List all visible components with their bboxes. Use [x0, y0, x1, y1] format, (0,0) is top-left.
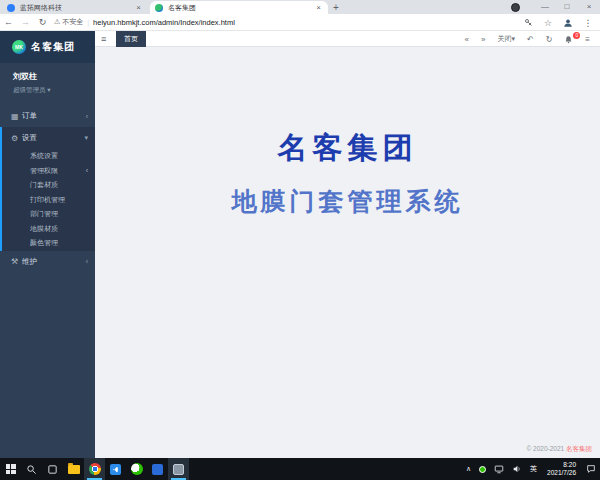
url-text: heiyun.hbmkjt.com/admin/Index/index.html — [93, 18, 235, 27]
subitem-label: 门套材质 — [30, 180, 88, 190]
tab1-title: 蓝拓网络科技 — [20, 3, 134, 13]
sidebar-subitem-system-settings[interactable]: 系统设置 — [2, 149, 95, 164]
browser-profile-icon[interactable] — [511, 3, 520, 12]
new-tab-button[interactable]: + — [333, 2, 339, 13]
tab-scroll-left-icon[interactable]: « — [459, 35, 475, 44]
sidebar-subitem-printer-manage[interactable]: 打印机管理 — [2, 193, 95, 208]
content-header: ≡ 首页 « » 关闭 ▾ ↶ ↻ 0 ≡ — [95, 31, 600, 47]
ime-indicator[interactable]: 英 — [526, 464, 541, 474]
sidebar-subitem-manage-permissions[interactable]: 管理权限 ‹ — [2, 164, 95, 179]
password-key-icon[interactable] — [518, 18, 538, 27]
maintain-chevron-icon: ‹ — [86, 258, 88, 265]
windows-logo-icon — [6, 464, 16, 474]
user-role-label: 超级管理员 — [13, 86, 46, 93]
taskbar-clock[interactable]: 8:20 2021/7/26 — [541, 461, 582, 477]
browser-tab-1[interactable]: 蓝拓网络科技 × — [2, 1, 148, 14]
window-maximize-button[interactable]: □ — [556, 0, 578, 14]
close-tabs-caret-icon: ▾ — [511, 35, 515, 43]
chrome-taskbar-button[interactable] — [84, 458, 105, 480]
user-role-dropdown[interactable]: 超级管理员 ▾ — [13, 86, 95, 95]
sidebar-item-settings-label: 设置 — [22, 133, 84, 143]
sidebar-subitem-department-manage[interactable]: 部门管理 — [2, 207, 95, 222]
back-button[interactable]: ← — [0, 17, 17, 27]
sidebar-subitem-door-material[interactable]: 门套材质 — [2, 178, 95, 193]
wechat-tray-icon[interactable] — [475, 466, 490, 473]
close-tabs-label: 关闭 — [497, 34, 511, 44]
taskbar: ∧ 英 8:20 2021/7/26 — [0, 458, 600, 480]
grey-app-icon — [173, 464, 184, 475]
orders-grid-icon: ▦ — [11, 112, 22, 121]
page-title: 名客集团 — [95, 128, 600, 169]
profile-avatar-icon[interactable] — [558, 18, 578, 28]
taskbar-search-button[interactable] — [21, 458, 42, 480]
sidebar-item-orders-label: 订单 — [22, 111, 86, 121]
browser-tab-2[interactable]: 名客集团 × — [150, 1, 328, 14]
wrench-icon: ⚒ — [11, 257, 22, 266]
hamburger-icon[interactable]: ≡ — [101, 31, 106, 47]
sidebar-item-settings[interactable]: ⚙ 设置 ▾ — [2, 127, 95, 149]
tray-chevron-icon[interactable]: ∧ — [462, 465, 475, 473]
omnibox[interactable]: ⚠ 不安全 | heiyun.hbmkjt.com/admin/Index/in… — [54, 17, 235, 27]
refresh-icon[interactable]: ↻ — [540, 35, 559, 44]
tab1-close-icon[interactable]: × — [134, 3, 143, 12]
tab2-close-icon[interactable]: × — [314, 3, 323, 12]
omnibox-separator: | — [87, 19, 89, 26]
undo-icon[interactable]: ↶ — [521, 35, 540, 44]
tab-scroll-right-icon[interactable]: » — [475, 35, 491, 44]
blue-app-taskbar-button[interactable] — [147, 458, 168, 480]
content-body: 名客集团 地膜门套管理系统 © 2020-2021 名客集团 — [95, 48, 600, 458]
chrome-icon — [89, 463, 101, 475]
logo-icon: MK — [12, 40, 26, 54]
sidebar-menu: ▦ 订单 ‹ ⚙ 设置 ▾ 系统设置 管理权限 ‹ — [0, 105, 95, 273]
sidebar-item-orders[interactable]: ▦ 订单 ‹ — [0, 105, 95, 127]
header-more-icon[interactable]: ≡ — [579, 35, 596, 44]
permissions-chevron-icon: ‹ — [86, 167, 88, 174]
bookmark-star-icon[interactable]: ☆ — [538, 18, 558, 28]
sidebar: MK 名客集团 刘双柱 超级管理员 ▾ ▦ 订单 ‹ ⚙ — [0, 31, 95, 458]
forward-button[interactable]: → — [17, 17, 34, 27]
grey-app-taskbar-button[interactable] — [168, 458, 189, 480]
subitem-label: 打印机管理 — [30, 195, 88, 205]
sidebar-subitem-color-manage[interactable]: 颜色管理 — [2, 236, 95, 251]
window-controls: — □ × — [511, 0, 600, 14]
user-block: 刘双柱 超级管理员 ▾ — [0, 63, 95, 101]
sidebar-logo[interactable]: MK 名客集团 — [0, 31, 95, 63]
browser-menu-icon[interactable]: ⋮ — [578, 18, 598, 28]
action-center-icon[interactable] — [582, 464, 600, 474]
window-minimize-button[interactable]: — — [534, 0, 556, 14]
task-view-button[interactable] — [42, 458, 63, 480]
start-button[interactable] — [0, 458, 21, 480]
page-subtitle: 地膜门套管理系统 — [95, 185, 600, 218]
close-tabs-dropdown[interactable]: 关闭 ▾ — [491, 34, 521, 44]
notification-bell-icon[interactable]: 0 — [558, 35, 579, 44]
sidebar-item-maintain[interactable]: ⚒ 维护 ‹ — [0, 251, 95, 273]
user-name: 刘双柱 — [13, 71, 95, 82]
subitem-label: 系统设置 — [30, 151, 88, 161]
subitem-label: 管理权限 — [30, 166, 86, 176]
reload-button[interactable]: ↻ — [34, 17, 51, 27]
copyright-years: © 2020-2021 — [527, 445, 565, 452]
subitem-label: 地膜材质 — [30, 224, 88, 234]
vscode-taskbar-button[interactable] — [105, 458, 126, 480]
tab1-favicon-icon — [7, 4, 15, 12]
window-close-button[interactable]: × — [578, 0, 600, 14]
tab2-favicon-icon — [155, 4, 163, 12]
sidebar-item-maintain-label: 维护 — [22, 257, 86, 267]
tab-home[interactable]: 首页 — [116, 31, 146, 47]
clock-time: 8:20 — [547, 461, 576, 469]
orders-chevron-icon: ‹ — [86, 113, 88, 120]
clock-date: 2021/7/26 — [547, 469, 576, 477]
user-role-caret-icon: ▾ — [47, 86, 50, 93]
file-explorer-button[interactable] — [63, 458, 84, 480]
gear-icon: ⚙ — [11, 134, 22, 143]
security-label: 不安全 — [62, 17, 83, 27]
browser-toolbar: ← → ↻ ⚠ 不安全 | heiyun.hbmkjt.com/admin/In… — [0, 14, 600, 31]
wechat-taskbar-button[interactable] — [126, 458, 147, 480]
network-monitor-icon[interactable] — [490, 464, 508, 474]
sidebar-subitem-film-material[interactable]: 地膜材质 — [2, 222, 95, 237]
speaker-icon[interactable] — [508, 464, 526, 474]
subitem-label: 颜色管理 — [30, 238, 88, 248]
task-view-icon — [47, 464, 58, 475]
logo-text: 名客集团 — [31, 40, 75, 54]
settings-chevron-down-icon: ▾ — [84, 134, 88, 142]
